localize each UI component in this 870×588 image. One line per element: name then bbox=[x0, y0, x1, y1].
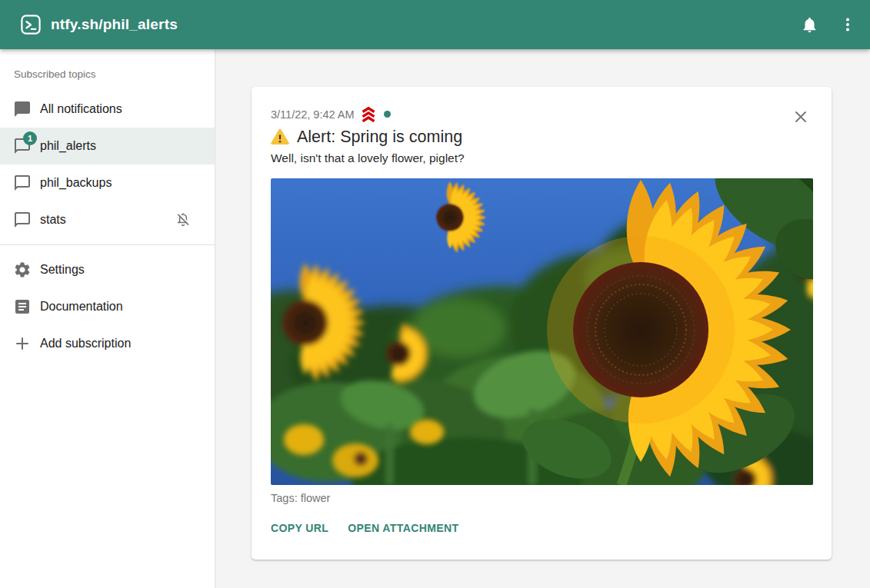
open-attachment-button[interactable]: OPEN ATTACHMENT bbox=[348, 522, 458, 534]
terminal-prompt-icon bbox=[21, 15, 41, 35]
notifications-off-icon bbox=[175, 211, 192, 228]
copy-url-button[interactable]: COPY URL bbox=[271, 522, 328, 534]
chat-bubble-outline-icon bbox=[13, 174, 32, 192]
chat-bubble-outline-icon bbox=[13, 211, 32, 229]
attachment-image[interactable] bbox=[271, 178, 813, 485]
sidebar-item-add-subscription[interactable]: Add subscription bbox=[0, 325, 215, 362]
sidebar-item-label: All notifications bbox=[40, 102, 122, 116]
sidebar-item-label: Documentation bbox=[40, 300, 123, 314]
notification-card: 3/11/22, 9:42 AM bbox=[252, 87, 832, 560]
article-icon bbox=[13, 297, 32, 316]
overflow-kebab-menu-icon[interactable] bbox=[838, 15, 858, 35]
sidebar: Subscribed topics All notifications 1 ph… bbox=[0, 49, 215, 588]
app-title: ntfy.sh/phil_alerts bbox=[51, 16, 178, 33]
sidebar-item-label: Settings bbox=[40, 263, 85, 277]
sidebar-item-label: phil_backups bbox=[40, 176, 112, 190]
message-body: Well, isn't that a lovely flower, piglet… bbox=[271, 151, 812, 166]
sidebar-item-label: Add subscription bbox=[40, 337, 131, 350]
sidebar-divider bbox=[0, 244, 215, 245]
sidebar-item-documentation[interactable]: Documentation bbox=[0, 288, 215, 325]
sidebar-item-stats[interactable]: stats bbox=[0, 201, 215, 238]
warning-icon bbox=[271, 128, 289, 145]
sidebar-item-phil-backups[interactable]: phil_backups bbox=[0, 164, 215, 201]
priority-high-triple-chevron-icon bbox=[359, 107, 378, 122]
sidebar-item-label: phil_alerts bbox=[40, 139, 96, 153]
sidebar-item-label: stats bbox=[40, 213, 66, 227]
sidebar-item-all-notifications[interactable]: All notifications bbox=[0, 91, 215, 128]
notifications-bell-icon[interactable] bbox=[799, 15, 819, 35]
app-bar: ntfy.sh/phil_alerts bbox=[0, 0, 870, 49]
plus-icon bbox=[13, 334, 32, 353]
settings-gear-icon bbox=[13, 261, 32, 279]
unread-count-badge: 1 bbox=[23, 131, 37, 145]
message-tags: Tags: flower bbox=[271, 492, 812, 505]
sidebar-item-settings[interactable]: Settings bbox=[0, 251, 215, 288]
unread-dot bbox=[384, 111, 391, 118]
chat-bubble-outline-icon: 1 bbox=[13, 137, 32, 155]
message-timestamp: 3/11/22, 9:42 AM bbox=[271, 108, 355, 121]
message-title: Alert: Spring is coming bbox=[297, 128, 462, 147]
subscribed-topics-label: Subscribed topics bbox=[0, 49, 215, 80]
sidebar-item-phil-alerts[interactable]: 1 phil_alerts bbox=[0, 128, 215, 164]
chat-bubble-filled-icon bbox=[13, 100, 32, 118]
